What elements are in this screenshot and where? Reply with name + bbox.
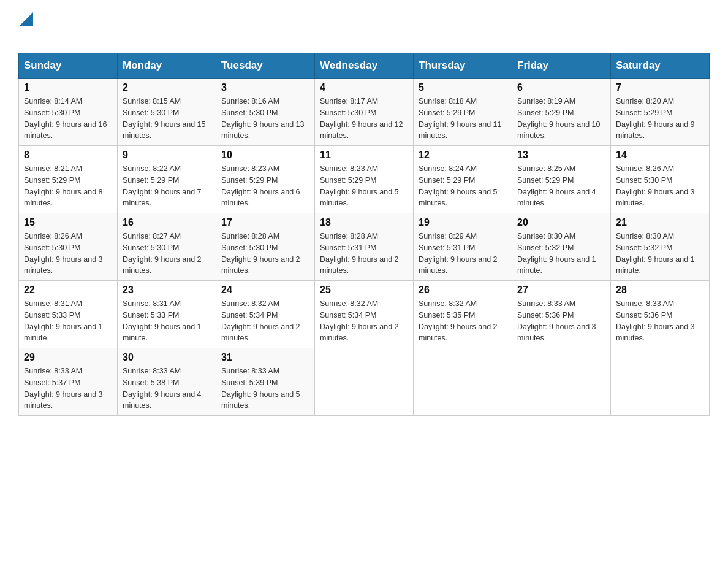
day-number: 6 <box>517 82 605 93</box>
day-info: Sunrise: 8:28 AMSunset: 5:31 PMDaylight:… <box>320 232 399 275</box>
header-friday: Friday <box>512 53 611 79</box>
calendar-cell: 29 Sunrise: 8:33 AMSunset: 5:37 PMDaylig… <box>19 348 118 416</box>
day-number: 28 <box>616 285 704 296</box>
calendar-cell: 9 Sunrise: 8:22 AMSunset: 5:29 PMDayligh… <box>118 146 216 213</box>
calendar-cell: 13 Sunrise: 8:25 AMSunset: 5:29 PMDaylig… <box>512 146 611 213</box>
calendar-cell: 16 Sunrise: 8:27 AMSunset: 5:30 PMDaylig… <box>118 213 216 281</box>
day-info: Sunrise: 8:20 AMSunset: 5:29 PMDaylight:… <box>616 97 695 140</box>
day-info: Sunrise: 8:31 AMSunset: 5:33 PMDaylight:… <box>24 299 103 342</box>
day-number: 17 <box>221 217 309 228</box>
day-number: 12 <box>419 150 507 161</box>
header-sunday: Sunday <box>19 53 118 79</box>
calendar-cell: 24 Sunrise: 8:32 AMSunset: 5:34 PMDaylig… <box>216 281 315 348</box>
header-thursday: Thursday <box>414 53 512 79</box>
day-info: Sunrise: 8:33 AMSunset: 5:37 PMDaylight:… <box>24 367 103 410</box>
day-info: Sunrise: 8:33 AMSunset: 5:36 PMDaylight:… <box>616 299 695 342</box>
calendar-cell: 11 Sunrise: 8:23 AMSunset: 5:29 PMDaylig… <box>315 146 414 213</box>
day-info: Sunrise: 8:33 AMSunset: 5:39 PMDaylight:… <box>221 367 300 410</box>
calendar-cell: 7 Sunrise: 8:20 AMSunset: 5:29 PMDayligh… <box>611 79 710 146</box>
day-number: 13 <box>517 150 605 161</box>
day-info: Sunrise: 8:16 AMSunset: 5:30 PMDaylight:… <box>221 97 305 140</box>
header-monday: Monday <box>118 53 216 79</box>
calendar-cell: 10 Sunrise: 8:23 AMSunset: 5:29 PMDaylig… <box>216 146 315 213</box>
day-info: Sunrise: 8:32 AMSunset: 5:35 PMDaylight:… <box>419 299 498 342</box>
day-number: 19 <box>419 217 507 228</box>
day-number: 14 <box>616 150 704 161</box>
calendar-table: SundayMondayTuesdayWednesdayThursdayFrid… <box>18 53 710 416</box>
day-info: Sunrise: 8:26 AMSunset: 5:30 PMDaylight:… <box>24 232 103 275</box>
day-number: 2 <box>123 82 211 93</box>
page-header <box>18 12 710 42</box>
day-info: Sunrise: 8:33 AMSunset: 5:38 PMDaylight:… <box>123 367 202 410</box>
calendar-cell: 25 Sunrise: 8:32 AMSunset: 5:34 PMDaylig… <box>315 281 414 348</box>
calendar-cell: 19 Sunrise: 8:29 AMSunset: 5:31 PMDaylig… <box>414 213 512 281</box>
calendar-cell <box>414 348 512 416</box>
calendar-week-row: 15 Sunrise: 8:26 AMSunset: 5:30 PMDaylig… <box>19 213 710 281</box>
calendar-cell: 2 Sunrise: 8:15 AMSunset: 5:30 PMDayligh… <box>118 79 216 146</box>
day-info: Sunrise: 8:23 AMSunset: 5:29 PMDaylight:… <box>320 164 399 207</box>
day-number: 27 <box>517 285 605 296</box>
day-number: 23 <box>123 285 211 296</box>
day-number: 4 <box>320 82 408 93</box>
day-number: 10 <box>221 150 309 161</box>
day-info: Sunrise: 8:27 AMSunset: 5:30 PMDaylight:… <box>123 232 202 275</box>
day-info: Sunrise: 8:28 AMSunset: 5:30 PMDaylight:… <box>221 232 300 275</box>
calendar-cell: 20 Sunrise: 8:30 AMSunset: 5:32 PMDaylig… <box>512 213 611 281</box>
day-info: Sunrise: 8:21 AMSunset: 5:29 PMDaylight:… <box>24 164 103 207</box>
calendar-cell: 17 Sunrise: 8:28 AMSunset: 5:30 PMDaylig… <box>216 213 315 281</box>
day-info: Sunrise: 8:30 AMSunset: 5:32 PMDaylight:… <box>616 232 695 275</box>
day-info: Sunrise: 8:15 AMSunset: 5:30 PMDaylight:… <box>123 97 206 140</box>
day-number: 29 <box>24 352 112 363</box>
day-number: 16 <box>123 217 211 228</box>
day-info: Sunrise: 8:22 AMSunset: 5:29 PMDaylight:… <box>123 164 202 207</box>
day-info: Sunrise: 8:32 AMSunset: 5:34 PMDaylight:… <box>320 299 399 342</box>
header-wednesday: Wednesday <box>315 53 414 79</box>
calendar-week-row: 29 Sunrise: 8:33 AMSunset: 5:37 PMDaylig… <box>19 348 710 416</box>
calendar-cell <box>512 348 611 416</box>
day-info: Sunrise: 8:24 AMSunset: 5:29 PMDaylight:… <box>419 164 498 207</box>
day-number: 18 <box>320 217 408 228</box>
day-number: 21 <box>616 217 704 228</box>
day-number: 1 <box>24 82 112 93</box>
logo <box>18 12 33 42</box>
day-info: Sunrise: 8:33 AMSunset: 5:36 PMDaylight:… <box>517 299 596 342</box>
day-info: Sunrise: 8:19 AMSunset: 5:29 PMDaylight:… <box>517 97 601 140</box>
calendar-cell: 15 Sunrise: 8:26 AMSunset: 5:30 PMDaylig… <box>19 213 118 281</box>
calendar-cell: 14 Sunrise: 8:26 AMSunset: 5:30 PMDaylig… <box>611 146 710 213</box>
day-number: 5 <box>419 82 507 93</box>
header-saturday: Saturday <box>611 53 710 79</box>
calendar-cell: 26 Sunrise: 8:32 AMSunset: 5:35 PMDaylig… <box>414 281 512 348</box>
calendar-cell: 12 Sunrise: 8:24 AMSunset: 5:29 PMDaylig… <box>414 146 512 213</box>
day-info: Sunrise: 8:18 AMSunset: 5:29 PMDaylight:… <box>419 97 502 140</box>
day-number: 26 <box>419 285 507 296</box>
calendar-week-row: 8 Sunrise: 8:21 AMSunset: 5:29 PMDayligh… <box>19 146 710 213</box>
day-number: 22 <box>24 285 112 296</box>
day-number: 9 <box>123 150 211 161</box>
day-number: 15 <box>24 217 112 228</box>
day-info: Sunrise: 8:29 AMSunset: 5:31 PMDaylight:… <box>419 232 498 275</box>
calendar-cell: 5 Sunrise: 8:18 AMSunset: 5:29 PMDayligh… <box>414 79 512 146</box>
calendar-cell: 30 Sunrise: 8:33 AMSunset: 5:38 PMDaylig… <box>118 348 216 416</box>
logo-triangle-icon <box>20 12 33 26</box>
day-number: 30 <box>123 352 211 363</box>
calendar-cell: 28 Sunrise: 8:33 AMSunset: 5:36 PMDaylig… <box>611 281 710 348</box>
calendar-cell: 1 Sunrise: 8:14 AMSunset: 5:30 PMDayligh… <box>19 79 118 146</box>
calendar-header-row: SundayMondayTuesdayWednesdayThursdayFrid… <box>19 53 710 79</box>
day-number: 11 <box>320 150 408 161</box>
day-number: 7 <box>616 82 704 93</box>
calendar-cell <box>611 348 710 416</box>
svg-marker-0 <box>20 12 33 26</box>
calendar-cell: 27 Sunrise: 8:33 AMSunset: 5:36 PMDaylig… <box>512 281 611 348</box>
day-info: Sunrise: 8:17 AMSunset: 5:30 PMDaylight:… <box>320 97 403 140</box>
day-info: Sunrise: 8:23 AMSunset: 5:29 PMDaylight:… <box>221 164 300 207</box>
calendar-cell: 23 Sunrise: 8:31 AMSunset: 5:33 PMDaylig… <box>118 281 216 348</box>
day-info: Sunrise: 8:31 AMSunset: 5:33 PMDaylight:… <box>123 299 202 342</box>
calendar-cell: 31 Sunrise: 8:33 AMSunset: 5:39 PMDaylig… <box>216 348 315 416</box>
day-number: 20 <box>517 217 605 228</box>
calendar-cell <box>315 348 414 416</box>
day-info: Sunrise: 8:14 AMSunset: 5:30 PMDaylight:… <box>24 97 107 140</box>
calendar-cell: 8 Sunrise: 8:21 AMSunset: 5:29 PMDayligh… <box>19 146 118 213</box>
day-number: 25 <box>320 285 408 296</box>
day-info: Sunrise: 8:26 AMSunset: 5:30 PMDaylight:… <box>616 164 695 207</box>
day-number: 31 <box>221 352 309 363</box>
